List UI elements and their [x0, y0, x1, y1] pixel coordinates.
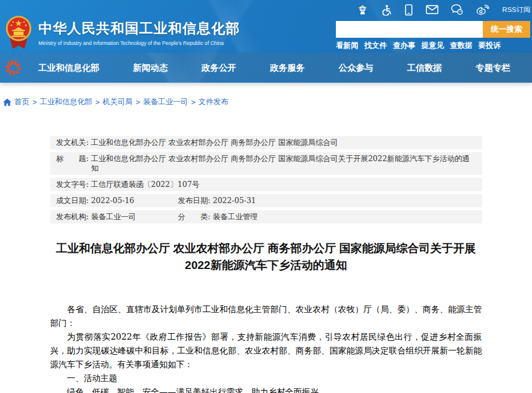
breadcrumb-document-release[interactable]: 文件发布 [199, 97, 229, 107]
meta-value: 装备工业一司 [91, 212, 136, 222]
mobile-icon[interactable] [404, 4, 413, 16]
meta-label: 发布机构: [56, 212, 89, 222]
meta-value: 工业和信息化部办公厅 农业农村部办公厅 商务部办公厅 国家能源局综合司 [91, 138, 338, 147]
site-header: 中华人民共和国工业和信息化部 Ministry of Industry and … [0, 0, 532, 53]
header-quick-links: 看新闻 找文件 查办事 提意见 查数据 要投诉 [336, 41, 530, 51]
main-nav: 工业和信息化部 新闻动态 政务公开 政务服务 公众参与 工信数据 专题专栏 [0, 53, 532, 83]
wechat-icon[interactable] [451, 4, 464, 15]
nav-item-gov-disclosure[interactable]: 政务公开 [202, 62, 236, 74]
national-emblem [5, 14, 32, 52]
home-icon[interactable] [3, 98, 11, 106]
robot-mascot-icon[interactable] [357, 4, 368, 16]
meta-label: 成文日期: [56, 196, 89, 205]
breadcrumb-home[interactable]: 首页 [14, 97, 29, 107]
meta-row-publisher-category: 发布机构: 装备工业一司 分 类: 装备工业管理 [50, 210, 482, 223]
meta-label: 发文字号: [56, 180, 89, 189]
nav-item-public-participation[interactable]: 公众参与 [339, 62, 374, 74]
meta-label: 分 类: [178, 212, 211, 222]
site-title-block: 中华人民共和国工业和信息化部 Ministry of Industry and … [38, 19, 240, 46]
quick-link-documents[interactable]: 找文件 [365, 41, 387, 51]
meta-value: 工信厅联通装函〔2022〕107号 [91, 180, 200, 189]
meta-row-title: 标 题: 工业和信息化部办公厅 农业农村部办公厅 商务部办公厅 国家能源局综合司… [50, 152, 482, 175]
breadcrumb-miit[interactable]: 工业和信息化部 [40, 97, 92, 107]
nav-item-special-topics[interactable]: 专题专栏 [476, 62, 510, 74]
breadcrumb-equipment-bureau[interactable]: 装备工业一司 [143, 97, 188, 107]
document-page: 发文机关: 工业和信息化部办公厅 农业农村部办公厅 商务部办公厅 国家能源局综合… [50, 136, 482, 393]
meta-label: 标 题: [56, 154, 89, 173]
search-bar: 统一搜索 [336, 21, 530, 38]
doc-paragraph-salutation: 各省、自治区、直辖市及计划单列市工业和信息化主管部门、农业农村（农牧）厅（局、委… [50, 303, 482, 330]
meta-value: 工业和信息化部办公厅 农业农村部办公厅 商务部办公厅 国家能源局综合司关于开展2… [91, 154, 476, 173]
nav-item-miit[interactable]: 工业和信息化部 [38, 62, 100, 74]
weibo-icon[interactable] [476, 4, 489, 15]
meta-label: 发布日期: [178, 196, 211, 205]
document-title: 工业和信息化部办公厅 农业农村部办公厅 商务部办公厅 国家能源局综合司关于开展2… [50, 240, 482, 274]
meta-row-issuing-agency: 发文机关: 工业和信息化部办公厅 农业农村部办公厅 商务部办公厅 国家能源局综合… [50, 136, 482, 149]
doc-section-1-heading: 一、活动主题 [50, 371, 482, 385]
site-title: 中华人民共和国工业和信息化部 [38, 19, 240, 38]
quick-link-complaint[interactable]: 要投诉 [479, 41, 501, 51]
document-meta-table: 发文机关: 工业和信息化部办公厅 农业农村部办公厅 商务部办公厅 国家能源局综合… [50, 136, 482, 223]
rss-subscribe-link[interactable]: RSS订阅 [502, 5, 530, 14]
meta-value: 装备工业管理 [213, 212, 258, 222]
doc-section-1-body: 绿色、低碳、智能、安全——满足美好出行需求，助力乡村全面振兴 [50, 385, 482, 393]
unified-search-button[interactable]: 统一搜索 [483, 21, 530, 38]
doc-paragraph-intro: 为贯彻落实2022年《政府工作报告》部署，支持新能源汽车消费，引导农村居民绿色出… [50, 330, 482, 371]
nav-item-news[interactable]: 新闻动态 [133, 62, 168, 74]
accessibility-icon[interactable] [381, 4, 392, 16]
meta-row-document-number: 发文字号: 工信厅联通装函〔2022〕107号 [50, 178, 482, 191]
meta-row-dates: 成文日期: 2022-05-16 发布日期: 2022-05-31 [50, 194, 482, 207]
nav-item-gov-services[interactable]: 政务服务 [270, 62, 305, 74]
breadcrumb-separator: > [95, 98, 100, 107]
document-body: 各省、自治区、直辖市及计划单列市工业和信息化主管部门、农业农村（农牧）厅（局、委… [50, 303, 482, 393]
meta-label: 发文机关: [56, 138, 89, 147]
header-utility-icons: RSS订阅 [336, 3, 530, 16]
breadcrumb-separator: > [32, 98, 37, 107]
breadcrumb-separator: > [191, 98, 195, 107]
miit-gear-logo-icon [5, 59, 22, 76]
meta-value: 2022-05-16 [91, 196, 134, 205]
search-input[interactable] [336, 21, 483, 38]
quick-link-news[interactable]: 看新闻 [336, 41, 359, 51]
quick-link-feedback[interactable]: 提意见 [422, 41, 444, 51]
quick-link-services[interactable]: 查办事 [393, 41, 416, 51]
meta-value: 2022-05-31 [213, 196, 256, 205]
quick-link-data[interactable]: 查数据 [450, 41, 473, 51]
mail-icon[interactable] [426, 5, 438, 14]
breadcrumb: 首页 > 工业和信息化部 > 机关司局 > 装备工业一司 > 文件发布 [0, 83, 532, 107]
breadcrumb-separator: > [136, 98, 140, 107]
breadcrumb-departments[interactable]: 机关司局 [103, 97, 133, 107]
site-subtitle: Ministry of Industry and Information Tec… [38, 40, 240, 46]
nav-item-industry-data[interactable]: 工信数据 [407, 62, 442, 74]
